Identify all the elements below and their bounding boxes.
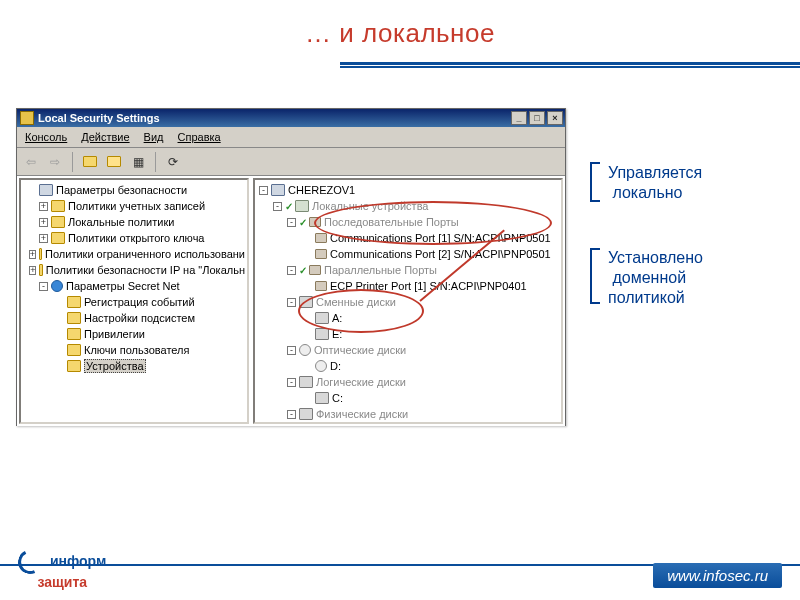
right-tree-item[interactable]: -Физические диски (259, 406, 559, 422)
right-tree-item[interactable]: A: (259, 310, 559, 326)
left-tree-item[interactable]: Ключи пользователя (25, 342, 245, 358)
left-tree-item[interactable]: -Параметры Secret Net (25, 278, 245, 294)
right-tree-item[interactable]: -Оптические диски (259, 342, 559, 358)
tree-expander-icon[interactable]: - (287, 266, 296, 275)
brand-word1: информ (50, 553, 106, 569)
menu-help[interactable]: Справка (172, 129, 227, 145)
tree-item-label: Параллельные Порты (324, 264, 437, 276)
right-tree-item[interactable]: -Сменные диски (259, 294, 559, 310)
tree-item-label: Communications Port [2] S/N:ACPI\PNP0501 (330, 248, 551, 260)
right-tree-item[interactable]: -Логические диски (259, 374, 559, 390)
drive-icon (299, 376, 313, 388)
tree-item-label: Локальные устройства (312, 200, 428, 212)
folder-icon (67, 312, 81, 324)
cd-icon (299, 344, 311, 356)
tree-item-label: D: (330, 360, 341, 372)
menu-console[interactable]: Консоль (19, 129, 73, 145)
right-tree-item[interactable]: -✓Локальные устройства (259, 198, 559, 214)
brand-logo: информ защита (18, 550, 106, 590)
close-button[interactable]: × (547, 111, 563, 125)
forward-icon[interactable]: ⇨ (45, 152, 65, 172)
folder-icon (51, 232, 65, 244)
minimize-button[interactable]: _ (511, 111, 527, 125)
tree-expander-icon[interactable]: - (287, 378, 296, 387)
tree-expander-icon[interactable]: - (259, 186, 268, 195)
menu-view[interactable]: Вид (138, 129, 170, 145)
export-icon[interactable]: ▦ (128, 152, 148, 172)
right-tree-item[interactable]: E: (259, 326, 559, 342)
left-tree-item[interactable]: Привилегии (25, 326, 245, 342)
tree-expander-icon[interactable]: + (29, 250, 36, 259)
check-icon: ✓ (299, 265, 307, 276)
right-tree-item[interactable]: -CHEREZOV1 (259, 182, 559, 198)
toolbar: ⇦ ⇨ ▦ ⟳ (17, 148, 565, 176)
drive-icon (315, 312, 329, 324)
refresh-icon[interactable]: ⟳ (163, 152, 183, 172)
tree-expander-icon[interactable]: + (39, 202, 48, 211)
properties-icon[interactable] (104, 152, 124, 172)
left-tree-pane[interactable]: Параметры безопасности+Политики учетных … (19, 178, 249, 424)
tree-expander-icon[interactable]: + (39, 218, 48, 227)
left-tree-item[interactable]: Регистрация событий (25, 294, 245, 310)
right-tree-item[interactable]: -✓Последовательные Порты (259, 214, 559, 230)
tree-item-label: E: (332, 328, 342, 340)
drive-icon (299, 296, 313, 308)
tree-item-label: Communications Port [1] S/N:ACPI\PNP0501 (330, 232, 551, 244)
back-icon[interactable]: ⇦ (21, 152, 41, 172)
toolbar-separator (72, 152, 73, 172)
tree-item-label: A: (332, 312, 342, 324)
tree-item-label: Параметры Secret Net (66, 280, 180, 292)
left-tree-item[interactable]: Настройки подсистем (25, 310, 245, 326)
dev-icon (295, 200, 309, 212)
menu-action[interactable]: Действие (75, 129, 135, 145)
tree-item-label: Ключи пользователя (84, 344, 189, 356)
left-tree-item[interactable]: Параметры безопасности (25, 182, 245, 198)
left-tree-item[interactable]: +Политики ограниченного использовани (25, 246, 245, 262)
left-tree-item[interactable]: +Политики открытого ключа (25, 230, 245, 246)
tree-item-label: Оптические диски (314, 344, 406, 356)
right-tree-item[interactable]: ST340014A 3.03 S/N:4a3330583337323620 (259, 422, 559, 424)
check-icon: ✓ (299, 217, 307, 228)
root-icon (39, 184, 53, 196)
tree-item-label: Последовательные Порты (324, 216, 459, 228)
port-icon (309, 265, 321, 275)
left-tree-item[interactable]: +Политики учетных записей (25, 198, 245, 214)
menubar: Консоль Действие Вид Справка (17, 127, 565, 148)
local-security-settings-window: Local Security Settings _ □ × Консоль Де… (16, 108, 566, 426)
right-tree-item[interactable]: C: (259, 390, 559, 406)
cd-icon (315, 360, 327, 372)
tree-expander-icon[interactable]: - (287, 410, 296, 419)
left-tree-item[interactable]: Устройства (25, 358, 245, 374)
drive-icon (299, 408, 313, 420)
tree-expander-icon[interactable]: - (287, 346, 296, 355)
tree-expander-icon[interactable]: - (273, 202, 282, 211)
check-icon: ✓ (285, 201, 293, 212)
maximize-button[interactable]: □ (529, 111, 545, 125)
folder-icon (67, 344, 81, 356)
window-title: Local Security Settings (38, 112, 160, 124)
folder-icon (67, 328, 81, 340)
tree-expander-icon[interactable]: - (287, 298, 296, 307)
tree-expander-icon[interactable]: - (287, 218, 296, 227)
right-tree-item[interactable]: Communications Port [1] S/N:ACPI\PNP0501 (259, 230, 559, 246)
tree-expander-icon[interactable]: + (29, 266, 36, 275)
right-tree-item[interactable]: ECP Printer Port [1] S/N:ACPI\PNP0401 (259, 278, 559, 294)
folder-icon (67, 296, 81, 308)
left-tree-item[interactable]: +Локальные политики (25, 214, 245, 230)
info-icon (51, 280, 63, 292)
toolbar-separator (155, 152, 156, 172)
left-tree-item[interactable]: +Политики безопасности IP на "Локальн (25, 262, 245, 278)
folder-icon (51, 200, 65, 212)
up-folder-icon[interactable] (80, 152, 100, 172)
callout-managed-locally: Управляется локально (608, 163, 702, 203)
tree-expander-icon[interactable]: - (39, 282, 48, 291)
right-tree-pane[interactable]: -CHEREZOV1-✓Локальные устройства-✓Послед… (253, 178, 563, 424)
titlebar[interactable]: Local Security Settings _ □ × (17, 109, 565, 127)
right-tree-item[interactable]: Communications Port [2] S/N:ACPI\PNP0501 (259, 246, 559, 262)
right-tree-item[interactable]: -✓Параллельные Порты (259, 262, 559, 278)
port-icon (315, 281, 327, 291)
tree-expander-icon[interactable]: + (39, 234, 48, 243)
tree-item-label: Устройства (84, 359, 146, 373)
right-tree-item[interactable]: D: (259, 358, 559, 374)
tree-item-label: Регистрация событий (84, 296, 195, 308)
